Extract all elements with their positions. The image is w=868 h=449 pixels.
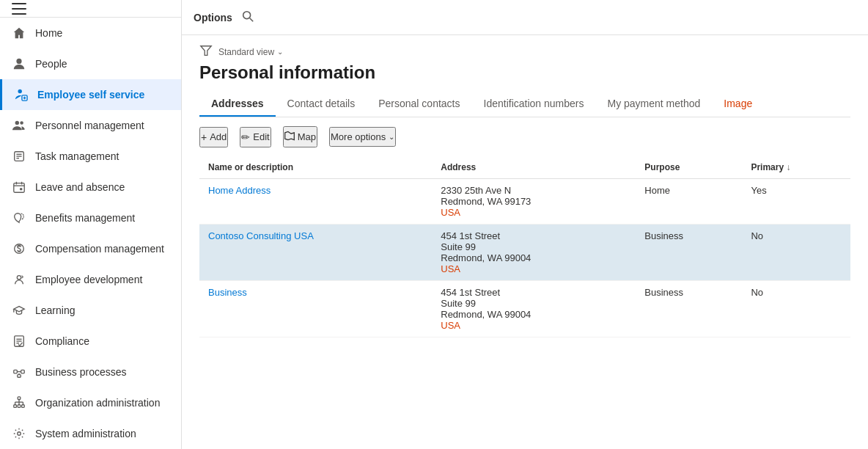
svg-point-1 [18,90,22,93]
sidebar-item-task-management[interactable]: Task management [0,141,181,172]
sidebar-item-label: Personnel management [35,120,144,131]
sidebar-item-personnel-management[interactable]: Personnel management [0,110,181,141]
map-icon [284,131,295,143]
row3-name-link[interactable]: Business [208,287,247,298]
benefits-icon [12,211,26,225]
sidebar-item-employee-self-service[interactable]: Employee self service [0,79,181,110]
task-icon [12,149,26,164]
svg-rect-22 [14,370,18,373]
filter-row: Standard view ⌄ [199,44,850,59]
svg-point-17 [17,276,21,280]
filter-funnel-icon[interactable] [199,44,213,59]
add-button[interactable]: + Add [199,127,228,147]
tab-my-payment-method[interactable]: My payment method [595,92,712,117]
svg-rect-30 [22,405,25,408]
learning-icon [12,303,26,318]
svg-point-0 [16,59,21,64]
home-icon [12,26,26,40]
sidebar-item-label: Employee self service [37,89,144,101]
plus-icon: + [201,131,207,143]
tab-personal-contacts[interactable]: Personal contacts [367,92,471,117]
svg-rect-29 [18,405,21,408]
col-header-primary[interactable]: Primary ↓ [742,156,850,179]
row1-purpose: Home [636,179,742,224]
sidebar-item-label: Employee development [35,274,142,285]
content-area: Standard view ⌄ Personal information Add… [182,35,868,449]
svg-point-37 [243,12,251,19]
tab-contact-details[interactable]: Contact details [276,92,367,117]
topbar-title: Options [194,12,232,23]
person-badge-icon [14,87,29,102]
toolbar: + Add ✏ Edit Map More options ⌄ [199,126,850,147]
addresses-table: Name or description Address Purpose Prim… [199,156,850,337]
svg-rect-11 [14,183,24,193]
sidebar-item-label: Compensation management [35,243,164,255]
standard-view-label: Standard view [218,47,274,57]
tabs-bar: Addresses Contact details Personal conta… [199,92,850,117]
standard-view-dropdown[interactable]: Standard view ⌄ [218,47,283,57]
col-header-name: Name or description [199,156,432,179]
svg-marker-40 [284,131,294,139]
sidebar-item-label: System administration [35,428,136,439]
org-icon [12,395,26,410]
people-icon [12,118,26,133]
sidebar-item-system-administration[interactable]: System administration [0,418,181,449]
svg-rect-24 [18,375,21,378]
svg-marker-39 [201,46,211,56]
table-row[interactable]: Contoso Consulting USA 454 1st Street Su… [199,224,850,281]
svg-rect-23 [21,370,25,373]
compensation-icon [12,241,26,256]
sidebar-item-leave-and-absence[interactable]: Leave and absence [0,172,181,202]
svg-rect-27 [18,397,21,400]
sidebar-item-home[interactable]: Home [0,18,181,48]
table-row[interactable]: Business 454 1st Street Suite 99 Redmond… [199,281,850,337]
svg-line-38 [250,18,254,22]
system-icon [12,426,26,441]
sidebar-item-label: Compliance [35,335,89,347]
business-icon [12,365,26,379]
sidebar-item-people[interactable]: People [0,48,181,79]
row2-purpose: Business [636,224,742,281]
tab-identification-numbers[interactable]: Identification numbers [472,92,596,117]
col-header-address: Address [432,156,636,179]
row2-name-link[interactable]: Contoso Consulting USA [208,230,314,241]
sidebar-item-compliance[interactable]: Compliance [0,326,181,357]
sort-icon: ↓ [786,162,790,172]
row1-primary: Yes [742,179,850,224]
sidebar-header [0,0,181,18]
calendar-person-icon [12,180,26,194]
sidebar-nav: Home People Employee self service Person… [0,18,181,449]
edit-button[interactable]: ✏ Edit [240,127,271,147]
sidebar: Home People Employee self service Person… [0,0,182,449]
compliance-icon [12,334,26,348]
svg-point-36 [18,432,21,436]
sidebar-item-benefits-management[interactable]: Benefits management [0,202,181,233]
row3-purpose: Business [636,281,742,337]
col-header-purpose: Purpose [636,156,742,179]
tab-image[interactable]: Image [712,92,764,117]
row1-name-link[interactable]: Home Address [208,185,271,196]
table-row[interactable]: Home Address 2330 25th Ave N Redmond, WA… [199,179,850,224]
sidebar-item-label: Organization administration [35,397,160,409]
sidebar-item-label: Task management [35,150,119,162]
row2-primary: No [742,224,850,281]
chevron-down-icon: ⌄ [277,48,283,56]
more-options-button[interactable]: More options ⌄ [329,127,396,147]
sidebar-item-label: Home [35,27,62,39]
page-title: Personal information [199,62,850,83]
sidebar-item-business-processes[interactable]: Business processes [0,357,181,387]
row3-address: 454 1st Street Suite 99 Redmond, WA 9900… [432,281,636,337]
sidebar-item-compensation-management[interactable]: Compensation management [0,233,181,264]
topbar-search-icon[interactable] [241,10,254,25]
sidebar-item-label: Leave and absence [35,181,125,193]
main-content: Options Standard view ⌄ Personal informa… [182,0,868,449]
sidebar-item-label: Benefits management [35,212,135,224]
svg-point-5 [15,121,19,125]
hamburger-menu-icon[interactable] [12,3,26,15]
svg-point-15 [20,188,23,191]
sidebar-item-organization-administration[interactable]: Organization administration [0,387,181,418]
map-button[interactable]: Map [283,126,317,147]
tab-addresses[interactable]: Addresses [199,92,276,117]
sidebar-item-learning[interactable]: Learning [0,295,181,326]
sidebar-item-employee-development[interactable]: Employee development [0,264,181,295]
